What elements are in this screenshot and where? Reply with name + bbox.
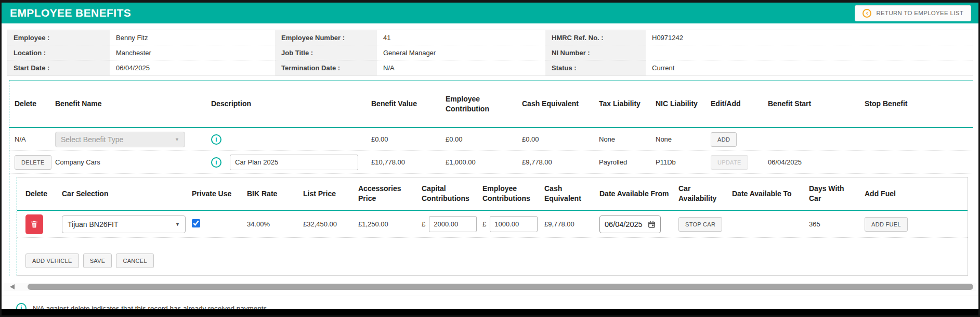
- capital-contributions-input[interactable]: [429, 216, 477, 232]
- tax-liability-value: Payrolled: [599, 158, 656, 166]
- col-delete: Delete: [15, 99, 55, 109]
- benefit-name-value: Company Cars: [55, 158, 211, 166]
- car-col-date-available-to: Date Available To: [732, 189, 809, 199]
- chevron-down-icon: ▼: [175, 222, 180, 227]
- col-nic-liability: NIC Liability: [656, 99, 711, 109]
- hmrc-ref-value: H0971242: [646, 30, 973, 45]
- calendar-icon: [648, 220, 656, 229]
- chevron-left-icon: ‹: [863, 9, 871, 18]
- employee-number-label: Employee Number :: [275, 30, 377, 45]
- trash-icon: [30, 220, 38, 229]
- hmrc-ref-label: HMRC Ref. No. :: [545, 30, 646, 45]
- col-cash-equivalent: Cash Equivalent: [522, 99, 599, 109]
- benefit-start-value: 06/04/2025: [768, 158, 865, 166]
- new-row-tax-liability: None: [599, 135, 656, 143]
- col-benefit-value: Benefit Value: [371, 99, 446, 109]
- car-col-bik-rate: BIK Rate: [247, 189, 303, 199]
- location-value: Manchester: [110, 45, 275, 60]
- col-description: Description: [211, 99, 371, 109]
- new-row-delete-na: N/A: [15, 135, 55, 143]
- col-benefit-start: Benefit Start: [768, 99, 865, 109]
- employee-info-panel: Employee : Benny Fitz Employee Number : …: [7, 30, 973, 76]
- bik-rate-value: 34.00%: [247, 220, 303, 228]
- employee-number-value: 41: [377, 30, 545, 45]
- benefits-table: Delete Benefit Name Description Benefit …: [9, 80, 973, 276]
- horizontal-scrollbar[interactable]: [4, 283, 976, 291]
- benefits-table-header: Delete Benefit Name Description Benefit …: [9, 80, 973, 128]
- delete-car-button[interactable]: [25, 214, 43, 234]
- car-selection-value: Tijuan BN26FIT: [68, 220, 119, 229]
- update-benefit-button[interactable]: UPDATE: [711, 155, 748, 170]
- employee-benefits-page: EMPLOYEE BENEFITS ‹ RETURN TO EMPLOYEE L…: [0, 0, 980, 317]
- benefit-type-placeholder: Select Benefit Type: [61, 135, 123, 144]
- car-table-header: Delete Car Selection Private Use BIK Rat…: [17, 177, 968, 211]
- job-title-label: Job Title :: [275, 45, 377, 60]
- list-price-value: £32,450.00: [303, 220, 358, 228]
- cancel-button[interactable]: CANCEL: [116, 253, 153, 268]
- benefit-row-company-cars: DELETE Company Cars i £10,778.00 £1,000.…: [9, 151, 973, 174]
- nic-liability-value: P11Db: [656, 158, 711, 166]
- car-col-list-price: List Price: [303, 189, 358, 199]
- page-title: EMPLOYEE BENEFITS: [10, 7, 131, 19]
- job-title-value: General Manager: [377, 45, 545, 60]
- private-use-checkbox[interactable]: [192, 219, 200, 227]
- scrollbar-thumb[interactable]: [28, 284, 973, 290]
- employee-contribution-value: £1,000.00: [446, 158, 522, 166]
- ni-number-label: NI Number :: [545, 45, 646, 60]
- chevron-down-icon: ▼: [175, 137, 179, 142]
- employee-label: Employee :: [7, 30, 110, 45]
- cash-equivalent-value: £9,778.00: [522, 158, 599, 166]
- car-col-employee-contributions: Employee Contributions: [482, 184, 544, 204]
- car-panel-actions: ADD VEHICLE SAVE CANCEL: [25, 253, 968, 268]
- car-col-availability: Car Availability: [678, 184, 732, 204]
- return-button-label: RETURN TO EMPLOYEE LIST: [876, 10, 963, 16]
- new-row-benefit-value: £0.00: [371, 135, 446, 143]
- car-col-selection: Car Selection: [62, 189, 192, 199]
- employee-value: Benny Fitz: [110, 30, 275, 45]
- new-row-employee-contribution: £0.00: [446, 135, 522, 143]
- car-col-accessories-price: Accessories Price: [358, 184, 422, 204]
- car-row: Tijuan BN26FIT ▼ 34.00% £32,450.00 £1,25…: [17, 211, 968, 238]
- col-tax-liability: Tax Liability: [599, 99, 656, 109]
- currency-symbol: £: [482, 220, 486, 228]
- bottom-bar: [0, 309, 980, 317]
- car-col-add-fuel: Add Fuel: [865, 189, 968, 199]
- benefit-value: £10,778.00: [371, 158, 446, 166]
- status-label: Status :: [545, 60, 646, 75]
- new-benefit-row: N/A Select Benefit Type ▼ i £0.00 £0.00 …: [9, 128, 973, 151]
- col-stop-benefit: Stop Benefit: [865, 99, 973, 109]
- employee-contributions-input[interactable]: [490, 216, 538, 232]
- delete-benefit-button[interactable]: DELETE: [15, 155, 51, 170]
- start-date-value: 06/04/2025: [110, 60, 275, 75]
- car-col-cash-equivalent: Cash Equivalent: [544, 184, 599, 204]
- page-header: EMPLOYEE BENEFITS ‹ RETURN TO EMPLOYEE L…: [2, 3, 978, 23]
- currency-symbol: £: [422, 220, 425, 228]
- scroll-left-arrow-icon[interactable]: [10, 284, 15, 289]
- save-button[interactable]: SAVE: [83, 253, 112, 268]
- car-selection-select[interactable]: Tijuan BN26FIT ▼: [62, 215, 186, 233]
- stop-car-button[interactable]: STOP CAR: [678, 217, 722, 232]
- col-benefit-name: Benefit Name: [55, 99, 211, 109]
- new-row-nic-liability: None: [656, 135, 711, 143]
- termination-date-label: Termination Date :: [275, 60, 377, 75]
- add-benefit-button[interactable]: ADD: [711, 132, 737, 147]
- car-col-private-use: Private Use: [192, 189, 247, 199]
- accessories-price-value: £1,250.00: [358, 220, 422, 228]
- location-label: Location :: [7, 45, 110, 60]
- start-date-label: Start Date :: [7, 60, 110, 75]
- return-to-employee-list-button[interactable]: ‹ RETURN TO EMPLOYEE LIST: [855, 5, 971, 21]
- date-available-from-input[interactable]: 06/04/2025: [599, 215, 661, 233]
- ni-number-value: [646, 45, 973, 60]
- info-icon: i: [211, 134, 221, 145]
- car-cash-equivalent-value: £9,778.00: [544, 220, 599, 228]
- termination-date-value: N/A: [377, 60, 545, 75]
- car-col-days-with-car: Days With Car: [809, 184, 865, 204]
- benefit-type-select[interactable]: Select Benefit Type ▼: [55, 132, 185, 147]
- add-fuel-button[interactable]: ADD FUEL: [865, 217, 908, 232]
- days-with-car-value: 365: [809, 220, 865, 228]
- info-icon: i: [211, 157, 221, 168]
- description-input[interactable]: [230, 155, 358, 170]
- add-vehicle-button[interactable]: ADD VEHICLE: [25, 253, 79, 268]
- car-details-panel: Delete Car Selection Private Use BIK Rat…: [17, 177, 968, 276]
- col-edit-add: Edit/Add: [711, 99, 768, 109]
